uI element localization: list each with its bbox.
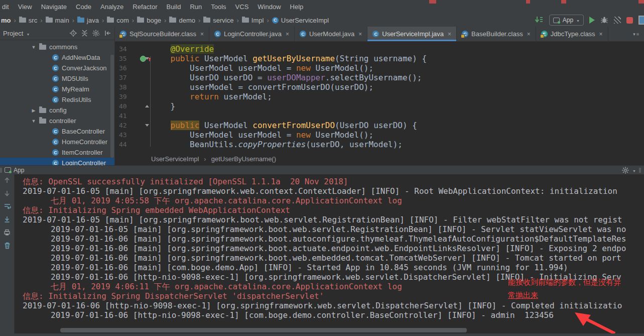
partial-toolbar-icon[interactable] <box>638 16 644 25</box>
run-configuration-selector[interactable]: App <box>549 15 584 26</box>
code-line-38[interactable]: 38 userModel = convertFromUserDO(userDO)… <box>115 82 644 92</box>
tab-BaseBuilder.class[interactable]: CBaseBuilder.class <box>457 27 536 41</box>
chevron-down-icon[interactable] <box>31 45 36 50</box>
clear-icon[interactable] <box>4 242 11 249</box>
close-icon[interactable] <box>286 31 289 38</box>
tree-item-addnewdata[interactable]: CAddNewData <box>0 52 114 63</box>
tree-item-controller[interactable]: controller <box>0 116 114 126</box>
tree-item-itemcontroller[interactable]: CItemController <box>0 147 114 158</box>
chevron-down-icon[interactable] <box>26 30 30 37</box>
hide-panel-icon[interactable] <box>104 30 111 37</box>
code-line-40[interactable]: 40 } <box>115 101 644 111</box>
console-line: 七月 01, 2019 4:05:58 下午 org.apache.catali… <box>14 196 644 205</box>
tab-JdbcType.class[interactable]: EJdbcType.class <box>536 27 608 41</box>
breadcrumb-item-mo[interactable]: mo <box>0 17 12 24</box>
gutter-marks <box>131 54 151 63</box>
code-line-37[interactable]: 37 UserDO userDO = userDOMapper.selectBy… <box>115 73 644 82</box>
close-icon[interactable] <box>448 31 451 38</box>
tree-item-config[interactable]: config <box>0 105 114 116</box>
close-icon[interactable] <box>200 31 204 38</box>
code-editor[interactable]: 34 @Override35 public UserModel getUserB… <box>115 42 644 149</box>
scroll-end-icon[interactable] <box>4 216 11 223</box>
tab-UserModel.java[interactable]: CUserModel.java <box>295 27 367 41</box>
code-line-35[interactable]: 35 public UserModel getUserByUsername(St… <box>115 54 644 63</box>
close-icon[interactable] <box>527 31 531 38</box>
stop-button[interactable] <box>626 17 633 24</box>
coverage-icon[interactable] <box>614 17 621 24</box>
breadcrumb-item-boge[interactable]: boge <box>136 17 162 24</box>
tab-label: JdbcType.class <box>551 30 595 38</box>
gear-icon[interactable] <box>622 167 629 174</box>
close-icon[interactable] <box>358 31 362 38</box>
code-line-42[interactable]: 42 public UserModel convertFromUserDO(Us… <box>115 121 644 130</box>
tree-item-md5utils[interactable]: CMD5Utils <box>0 73 114 84</box>
run-button[interactable] <box>589 17 595 24</box>
menu-item-analyze[interactable]: Analyze <box>96 3 128 11</box>
panel-title[interactable]: Project <box>3 30 23 37</box>
menu-item-dit[interactable]: dit <box>0 3 14 11</box>
tab-UserServiceImpl.java[interactable]: CUserServiceImpl.java <box>367 27 457 41</box>
soft-wrap-icon[interactable] <box>4 203 11 210</box>
breadcrumb-item-java[interactable]: java <box>76 17 100 24</box>
fold-marker-icon[interactable] <box>145 105 149 107</box>
menu-item-vcs[interactable]: VCS <box>231 3 253 11</box>
breadcrumb-item-service[interactable]: service <box>202 17 234 24</box>
menu-item-run[interactable]: Run <box>185 3 206 11</box>
print-icon[interactable] <box>4 229 11 236</box>
breadcrumb-item-src[interactable]: src <box>18 17 38 24</box>
locate-icon[interactable] <box>70 30 77 37</box>
horizontal-scrollbar[interactable] <box>60 328 467 332</box>
console-output[interactable]: 信息: OpenSSL successfully initialized [Op… <box>14 174 644 336</box>
menu-item-code[interactable]: Code <box>71 3 96 11</box>
chevron-right-icon[interactable] <box>31 108 36 113</box>
tree-item-converjackson[interactable]: CConverJackson <box>0 63 114 73</box>
tree-item-commons[interactable]: commons <box>0 42 114 52</box>
console-tab-label[interactable]: App <box>14 167 24 174</box>
chevron-down-icon[interactable] <box>31 119 36 124</box>
menu-item-window[interactable]: Window <box>253 3 285 11</box>
fold-marker-icon[interactable] <box>145 57 149 60</box>
tree-item-logincontroller[interactable]: CLoginController <box>0 158 114 165</box>
collapse-all-icon[interactable] <box>81 30 88 37</box>
tree-item-basecontroller[interactable]: CBaseController <box>0 126 114 137</box>
breadcrumb-item-demo[interactable]: demo <box>168 17 196 24</box>
close-icon[interactable] <box>599 31 603 38</box>
project-scrollbar[interactable] <box>110 55 114 158</box>
breadcrumb-method[interactable]: getUserByUsername() <box>211 155 276 163</box>
code-line-34[interactable]: 34 @Override <box>115 44 644 54</box>
tree-item-redisutils[interactable]: CRedisUtils <box>0 94 114 105</box>
code-line-43[interactable]: 43 UserModel userModel = new UserModel()… <box>115 130 644 140</box>
code-line-41[interactable]: 41 <box>115 111 644 121</box>
menu-item-help[interactable]: Help <box>286 3 308 11</box>
breadcrumb-item-main[interactable]: main <box>45 17 70 24</box>
menu-item-view[interactable]: View <box>14 3 37 11</box>
gear-icon[interactable] <box>92 30 100 37</box>
line-number: 36 <box>115 63 131 73</box>
breadcrumb-item-impl[interactable]: Impl <box>241 17 265 24</box>
breadcrumb-item-userserviceimpl[interactable]: CUserServiceImpl <box>271 17 330 24</box>
debug-icon[interactable] <box>600 16 608 24</box>
breadcrumb-item-com[interactable]: com <box>106 17 130 24</box>
tree-item-homecontroller[interactable]: CHomeController <box>0 137 114 147</box>
tab-list-icon[interactable] <box>629 27 644 41</box>
menu-item-refactor[interactable]: Refactor <box>128 3 162 11</box>
tree-item-label: AddNewData <box>62 54 100 61</box>
update-icon[interactable] <box>535 16 544 24</box>
tab-SqlSourceBuilder.class[interactable]: CSqlSourceBuilder.class <box>115 27 209 41</box>
code-line-36[interactable]: 36 UserModel userModel = new UserModel()… <box>115 63 644 73</box>
up-arrow-icon[interactable] <box>4 177 11 184</box>
tree-item-myrealm[interactable]: CMyRealm <box>0 84 114 94</box>
chevron-down-icon <box>632 167 636 174</box>
down-arrow-icon[interactable] <box>4 190 11 197</box>
folder-icon <box>39 45 46 50</box>
code-line-39[interactable]: 39 return userModel; <box>115 92 644 101</box>
breadcrumb-class[interactable]: UserServiceImpl <box>151 155 199 163</box>
menu-item-tools[interactable]: Tools <box>206 3 230 11</box>
menu-item-build[interactable]: Build <box>162 3 185 11</box>
editor-tabs: CSqlSourceBuilder.classCLoginController.… <box>115 27 644 42</box>
code-line-44[interactable]: 44 BeanUtils.copyProperties(userDO, user… <box>115 140 644 149</box>
menu-item-navigate[interactable]: Navigate <box>37 3 71 11</box>
fold-marker-icon[interactable] <box>145 124 149 127</box>
tab-LoginController.java[interactable]: CLoginController.java <box>209 27 295 41</box>
folder-icon <box>46 18 53 23</box>
